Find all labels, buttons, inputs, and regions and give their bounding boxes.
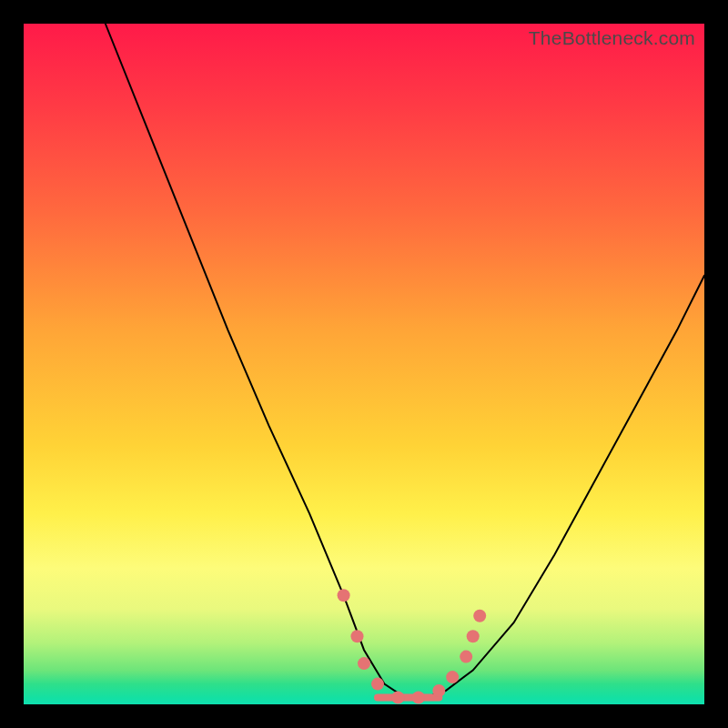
marker-dot <box>338 589 350 602</box>
marker-dot <box>371 678 384 691</box>
bottleneck-curve <box>106 24 704 698</box>
curve-layer <box>24 24 704 704</box>
marker-dot <box>351 630 364 642</box>
marker-dot <box>467 630 480 642</box>
marker-dot <box>446 671 459 683</box>
plot-area: TheBottleneck.com <box>24 24 704 704</box>
marker-dot <box>391 692 404 704</box>
marker-dot <box>432 684 445 697</box>
chart-frame: TheBottleneck.com <box>0 0 728 728</box>
marker-group <box>338 589 487 703</box>
marker-dot <box>412 692 425 704</box>
marker-dot <box>473 610 486 622</box>
marker-dot <box>460 651 472 663</box>
marker-dot <box>358 657 370 670</box>
